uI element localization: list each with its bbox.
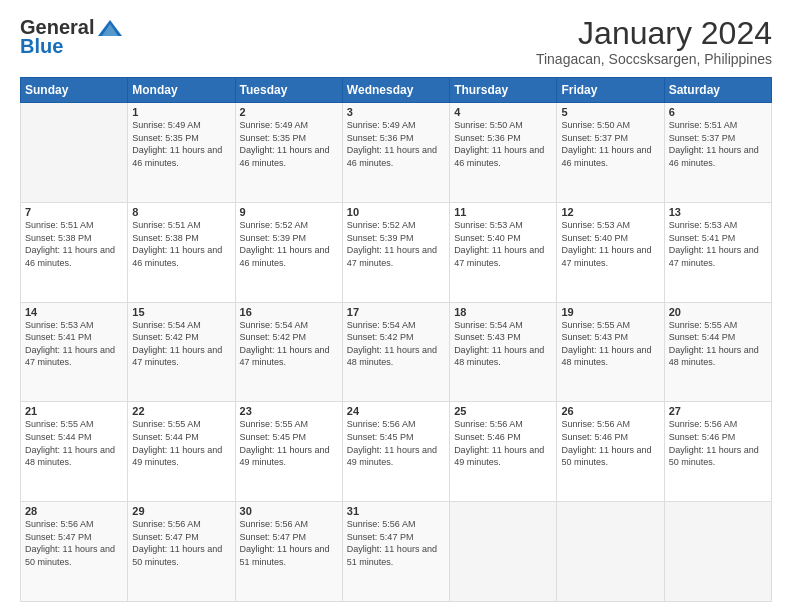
- day-number: 4: [454, 106, 552, 118]
- logo-icon: [96, 18, 124, 38]
- calendar-cell: [664, 502, 771, 602]
- day-info: Sunrise: 5:56 AMSunset: 5:46 PMDaylight:…: [454, 418, 552, 468]
- day-number: 2: [240, 106, 338, 118]
- day-info: Sunrise: 5:50 AMSunset: 5:37 PMDaylight:…: [561, 119, 659, 169]
- day-info: Sunrise: 5:51 AMSunset: 5:38 PMDaylight:…: [25, 219, 123, 269]
- calendar-week-3: 21Sunrise: 5:55 AMSunset: 5:44 PMDayligh…: [21, 402, 772, 502]
- day-info: Sunrise: 5:54 AMSunset: 5:42 PMDaylight:…: [347, 319, 445, 369]
- day-number: 9: [240, 206, 338, 218]
- calendar-cell: [21, 103, 128, 203]
- calendar-cell: 22Sunrise: 5:55 AMSunset: 5:44 PMDayligh…: [128, 402, 235, 502]
- calendar-cell: 13Sunrise: 5:53 AMSunset: 5:41 PMDayligh…: [664, 202, 771, 302]
- calendar-cell: 30Sunrise: 5:56 AMSunset: 5:47 PMDayligh…: [235, 502, 342, 602]
- day-info: Sunrise: 5:56 AMSunset: 5:46 PMDaylight:…: [561, 418, 659, 468]
- col-thursday: Thursday: [450, 78, 557, 103]
- day-info: Sunrise: 5:55 AMSunset: 5:45 PMDaylight:…: [240, 418, 338, 468]
- day-number: 28: [25, 505, 123, 517]
- days-row: Sunday Monday Tuesday Wednesday Thursday…: [21, 78, 772, 103]
- col-wednesday: Wednesday: [342, 78, 449, 103]
- day-number: 21: [25, 405, 123, 417]
- day-info: Sunrise: 5:55 AMSunset: 5:44 PMDaylight:…: [669, 319, 767, 369]
- day-number: 17: [347, 306, 445, 318]
- header: General Blue January 2024 Tinagacan, Soc…: [20, 16, 772, 67]
- day-number: 22: [132, 405, 230, 417]
- calendar-cell: 26Sunrise: 5:56 AMSunset: 5:46 PMDayligh…: [557, 402, 664, 502]
- calendar-cell: 1Sunrise: 5:49 AMSunset: 5:35 PMDaylight…: [128, 103, 235, 203]
- calendar-cell: 24Sunrise: 5:56 AMSunset: 5:45 PMDayligh…: [342, 402, 449, 502]
- calendar-cell: 27Sunrise: 5:56 AMSunset: 5:46 PMDayligh…: [664, 402, 771, 502]
- calendar-cell: 16Sunrise: 5:54 AMSunset: 5:42 PMDayligh…: [235, 302, 342, 402]
- calendar-cell: 31Sunrise: 5:56 AMSunset: 5:47 PMDayligh…: [342, 502, 449, 602]
- day-number: 1: [132, 106, 230, 118]
- day-info: Sunrise: 5:49 AMSunset: 5:35 PMDaylight:…: [240, 119, 338, 169]
- day-info: Sunrise: 5:54 AMSunset: 5:43 PMDaylight:…: [454, 319, 552, 369]
- calendar-cell: 5Sunrise: 5:50 AMSunset: 5:37 PMDaylight…: [557, 103, 664, 203]
- day-info: Sunrise: 5:53 AMSunset: 5:41 PMDaylight:…: [669, 219, 767, 269]
- day-number: 5: [561, 106, 659, 118]
- calendar-cell: [557, 502, 664, 602]
- calendar-cell: 18Sunrise: 5:54 AMSunset: 5:43 PMDayligh…: [450, 302, 557, 402]
- day-number: 11: [454, 206, 552, 218]
- calendar-week-4: 28Sunrise: 5:56 AMSunset: 5:47 PMDayligh…: [21, 502, 772, 602]
- day-info: Sunrise: 5:56 AMSunset: 5:45 PMDaylight:…: [347, 418, 445, 468]
- col-monday: Monday: [128, 78, 235, 103]
- calendar-week-0: 1Sunrise: 5:49 AMSunset: 5:35 PMDaylight…: [21, 103, 772, 203]
- logo-blue: Blue: [20, 35, 63, 58]
- calendar-week-2: 14Sunrise: 5:53 AMSunset: 5:41 PMDayligh…: [21, 302, 772, 402]
- day-info: Sunrise: 5:49 AMSunset: 5:36 PMDaylight:…: [347, 119, 445, 169]
- day-number: 29: [132, 505, 230, 517]
- day-number: 31: [347, 505, 445, 517]
- day-info: Sunrise: 5:56 AMSunset: 5:47 PMDaylight:…: [347, 518, 445, 568]
- logo: General Blue: [20, 16, 124, 58]
- day-number: 23: [240, 405, 338, 417]
- calendar-cell: 29Sunrise: 5:56 AMSunset: 5:47 PMDayligh…: [128, 502, 235, 602]
- month-title: January 2024: [536, 16, 772, 51]
- day-number: 10: [347, 206, 445, 218]
- day-number: 12: [561, 206, 659, 218]
- day-info: Sunrise: 5:56 AMSunset: 5:47 PMDaylight:…: [132, 518, 230, 568]
- day-number: 26: [561, 405, 659, 417]
- calendar-cell: 17Sunrise: 5:54 AMSunset: 5:42 PMDayligh…: [342, 302, 449, 402]
- calendar-header: Sunday Monday Tuesday Wednesday Thursday…: [21, 78, 772, 103]
- day-number: 6: [669, 106, 767, 118]
- day-number: 7: [25, 206, 123, 218]
- day-number: 13: [669, 206, 767, 218]
- day-info: Sunrise: 5:55 AMSunset: 5:44 PMDaylight:…: [132, 418, 230, 468]
- calendar-cell: [450, 502, 557, 602]
- location: Tinagacan, Soccsksargen, Philippines: [536, 51, 772, 67]
- day-info: Sunrise: 5:53 AMSunset: 5:40 PMDaylight:…: [454, 219, 552, 269]
- day-number: 8: [132, 206, 230, 218]
- day-number: 24: [347, 405, 445, 417]
- calendar-cell: 11Sunrise: 5:53 AMSunset: 5:40 PMDayligh…: [450, 202, 557, 302]
- calendar-cell: 15Sunrise: 5:54 AMSunset: 5:42 PMDayligh…: [128, 302, 235, 402]
- day-number: 20: [669, 306, 767, 318]
- day-number: 14: [25, 306, 123, 318]
- day-info: Sunrise: 5:55 AMSunset: 5:43 PMDaylight:…: [561, 319, 659, 369]
- calendar-cell: 4Sunrise: 5:50 AMSunset: 5:36 PMDaylight…: [450, 103, 557, 203]
- calendar-cell: 14Sunrise: 5:53 AMSunset: 5:41 PMDayligh…: [21, 302, 128, 402]
- day-info: Sunrise: 5:53 AMSunset: 5:40 PMDaylight:…: [561, 219, 659, 269]
- calendar-cell: 19Sunrise: 5:55 AMSunset: 5:43 PMDayligh…: [557, 302, 664, 402]
- day-number: 3: [347, 106, 445, 118]
- title-area: January 2024 Tinagacan, Soccsksargen, Ph…: [536, 16, 772, 67]
- day-info: Sunrise: 5:56 AMSunset: 5:46 PMDaylight:…: [669, 418, 767, 468]
- day-info: Sunrise: 5:50 AMSunset: 5:36 PMDaylight:…: [454, 119, 552, 169]
- calendar-cell: 12Sunrise: 5:53 AMSunset: 5:40 PMDayligh…: [557, 202, 664, 302]
- col-sunday: Sunday: [21, 78, 128, 103]
- day-info: Sunrise: 5:52 AMSunset: 5:39 PMDaylight:…: [240, 219, 338, 269]
- day-info: Sunrise: 5:51 AMSunset: 5:38 PMDaylight:…: [132, 219, 230, 269]
- calendar-cell: 6Sunrise: 5:51 AMSunset: 5:37 PMDaylight…: [664, 103, 771, 203]
- day-info: Sunrise: 5:54 AMSunset: 5:42 PMDaylight:…: [132, 319, 230, 369]
- day-info: Sunrise: 5:51 AMSunset: 5:37 PMDaylight:…: [669, 119, 767, 169]
- calendar-body: 1Sunrise: 5:49 AMSunset: 5:35 PMDaylight…: [21, 103, 772, 602]
- day-number: 18: [454, 306, 552, 318]
- calendar-cell: 2Sunrise: 5:49 AMSunset: 5:35 PMDaylight…: [235, 103, 342, 203]
- day-number: 27: [669, 405, 767, 417]
- day-number: 15: [132, 306, 230, 318]
- calendar-week-1: 7Sunrise: 5:51 AMSunset: 5:38 PMDaylight…: [21, 202, 772, 302]
- calendar-cell: 7Sunrise: 5:51 AMSunset: 5:38 PMDaylight…: [21, 202, 128, 302]
- calendar-cell: 28Sunrise: 5:56 AMSunset: 5:47 PMDayligh…: [21, 502, 128, 602]
- col-friday: Friday: [557, 78, 664, 103]
- day-info: Sunrise: 5:55 AMSunset: 5:44 PMDaylight:…: [25, 418, 123, 468]
- day-info: Sunrise: 5:54 AMSunset: 5:42 PMDaylight:…: [240, 319, 338, 369]
